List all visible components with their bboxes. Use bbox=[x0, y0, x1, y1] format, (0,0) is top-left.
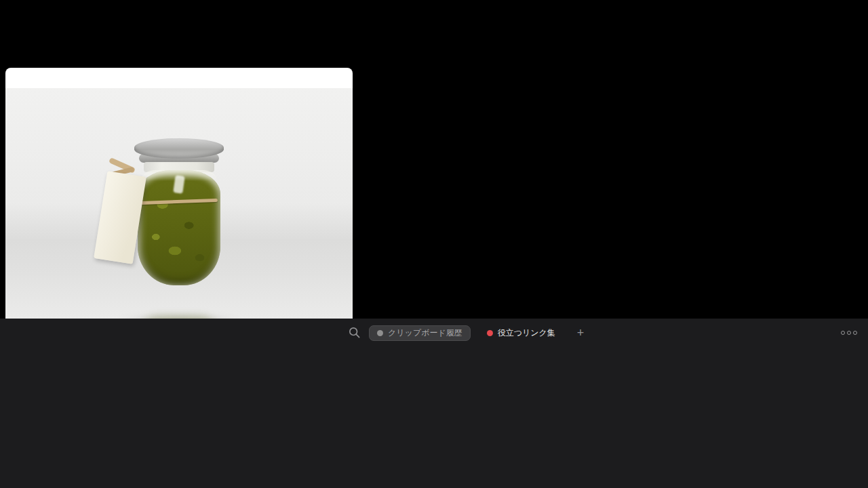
jar-body bbox=[138, 170, 220, 285]
pesto-jar-illustration bbox=[132, 138, 226, 285]
toolbar: クリップボード履歴 役立つリンク集 + bbox=[0, 319, 868, 347]
add-tab-button[interactable]: + bbox=[573, 327, 589, 339]
more-options-icon[interactable] bbox=[841, 331, 857, 335]
tab-clipboard-history[interactable]: クリップボード履歴 bbox=[369, 325, 471, 341]
twine-string bbox=[140, 199, 218, 205]
clipboard-panel: クリップボード履歴 役立つリンク集 + 1個のファイル たった今 bbox=[0, 319, 868, 488]
preview-image bbox=[5, 88, 353, 319]
tab-label: クリップボード履歴 bbox=[388, 327, 462, 339]
tab-useful-links[interactable]: 役立つリンク集 bbox=[483, 325, 559, 341]
tab-dot-gray bbox=[377, 330, 383, 336]
tab-label: 役立つリンク集 bbox=[498, 327, 555, 339]
app-window: クリップボード履歴 役立つリンク集 + 1個のファイル たった今 bbox=[0, 0, 868, 488]
jar-lid bbox=[134, 138, 224, 159]
tab-dot-red bbox=[487, 330, 493, 336]
search-icon[interactable] bbox=[349, 327, 361, 339]
preview-popup bbox=[5, 68, 353, 339]
